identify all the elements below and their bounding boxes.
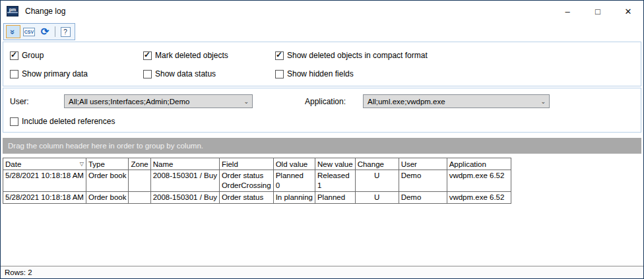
refresh-button[interactable]: ⟳	[38, 25, 52, 38]
user-dropdown[interactable]: All;All users;Interfaces;Admin;Demo ⌄	[64, 94, 253, 108]
column-header-date[interactable]: Date ▽	[3, 158, 86, 170]
checkbox-group-compact-format[interactable]: Show deleted objects in compact format	[275, 51, 641, 60]
checkbox-group-group[interactable]: Group	[10, 51, 143, 60]
column-header-change[interactable]: Change	[355, 158, 399, 170]
checkbox[interactable]	[275, 70, 284, 78]
title-bar: pm Change log – □ ✕	[1, 1, 643, 22]
checkbox-group-hidden-fields[interactable]: Show hidden fields	[275, 69, 641, 78]
checkbox[interactable]	[10, 117, 18, 126]
status-bar: Rows: 2	[1, 266, 643, 278]
checkbox[interactable]	[10, 51, 18, 60]
application-label: Application:	[305, 97, 363, 106]
cell-type: Order book	[86, 192, 129, 204]
column-header-application[interactable]: Application	[447, 158, 511, 170]
user-dropdown-value: All;All users;Interfaces;Admin;Demo	[69, 98, 189, 106]
chevron-down-icon: ⌄	[540, 98, 546, 105]
group-by-drop-zone[interactable]: Drag the column header here in order to …	[3, 138, 641, 154]
cell-zone	[129, 170, 150, 192]
column-header-name[interactable]: Name	[150, 158, 219, 170]
filter-panel: User: All;All users;Interfaces;Admin;Dem…	[3, 88, 641, 133]
column-header-zone[interactable]: Zone	[129, 158, 150, 170]
checkbox-label: Show hidden fields	[287, 69, 354, 78]
cell-field: Order status	[219, 192, 273, 204]
checkbox-group-primary-data[interactable]: Show primary data	[10, 69, 143, 78]
cell-user: Demo	[399, 170, 447, 192]
window-title: Change log	[25, 7, 65, 16]
cell-type: Order book	[86, 170, 129, 192]
cell-zone	[129, 192, 150, 204]
toolbar: » CSV ⟳ ?	[1, 22, 643, 42]
user-label: User:	[10, 97, 64, 106]
help-icon: ?	[61, 27, 71, 37]
sort-descending-icon: ▽	[80, 161, 84, 167]
cell-date: 5/28/2021 10:18:18 AM	[3, 192, 86, 204]
cell-field: Order status OrderCrossing	[219, 170, 273, 192]
checkbox[interactable]	[10, 70, 18, 78]
csv-icon: CSV	[23, 28, 35, 36]
minimize-button[interactable]: –	[552, 1, 583, 22]
double-chevron-down-icon: »	[8, 29, 18, 34]
grid-area: Date ▽ Type Zone Name Field Old value Ne…	[3, 158, 641, 266]
column-header-field[interactable]: Field	[219, 158, 273, 170]
checkbox-label: Group	[22, 51, 44, 60]
cell-new-value: Released 1	[315, 170, 355, 192]
cell-application: vwdpm.exe 6.52	[447, 170, 511, 192]
toolbar-button-group: » CSV ⟳ ?	[3, 23, 75, 40]
application-dropdown[interactable]: All;uml.exe;vwdpm.exe ⌄	[363, 94, 550, 108]
maximize-button[interactable]: □	[583, 1, 613, 22]
checkbox-label: Mark deleted objects	[155, 51, 228, 60]
cell-user: Demo	[399, 192, 447, 204]
filter-row: User: All;All users;Interfaces;Admin;Dem…	[10, 94, 641, 108]
expand-options-button[interactable]: »	[6, 25, 20, 38]
cell-application: vwdpm.exe 6.52	[447, 192, 511, 204]
table-header-row: Date ▽ Type Zone Name Field Old value Ne…	[3, 158, 511, 170]
help-button[interactable]: ?	[58, 25, 73, 38]
close-button[interactable]: ✕	[613, 1, 643, 22]
cell-change: U	[355, 170, 399, 192]
app-icon: pm	[7, 6, 18, 16]
table-row[interactable]: 5/28/2021 10:18:18 AM Order book 2008-15…	[3, 170, 511, 192]
row-count: Rows: 2	[5, 268, 32, 276]
checkbox-group-mark-deleted[interactable]: Mark deleted objects	[143, 51, 275, 60]
column-header-type[interactable]: Type	[86, 158, 129, 170]
cell-change: U	[355, 192, 399, 204]
group-by-hint: Drag the column header here in order to …	[8, 142, 203, 150]
column-header-user[interactable]: User	[399, 158, 447, 170]
refresh-icon: ⟳	[41, 26, 49, 38]
checkbox[interactable]	[143, 51, 152, 60]
checkbox-group-data-status[interactable]: Show data status	[143, 69, 275, 78]
application-dropdown-value: All;uml.exe;vwdpm.exe	[368, 98, 445, 106]
cell-name: 2008-150301 / Buy	[150, 170, 219, 192]
checkbox-grid: Group Mark deleted objects Show deleted …	[10, 51, 641, 78]
checkbox[interactable]	[275, 51, 284, 60]
checkbox-label: Show primary data	[22, 69, 88, 78]
cell-old-value: In planning	[273, 192, 315, 204]
column-header-old-value[interactable]: Old value	[273, 158, 315, 170]
chevron-down-icon: ⌄	[243, 98, 249, 105]
cell-new-value: Planned	[315, 192, 355, 204]
cell-date: 5/28/2021 10:18:18 AM	[3, 170, 86, 192]
export-csv-button[interactable]: CSV	[22, 25, 36, 38]
checkbox-group-include-deleted[interactable]: Include deleted references	[10, 117, 641, 126]
checkbox-label: Include deleted references	[22, 117, 115, 126]
checkbox-label: Show deleted objects in compact format	[287, 51, 428, 60]
change-log-window: pm Change log – □ ✕ » CSV ⟳ ?	[0, 0, 644, 279]
cell-old-value: Planned 0	[273, 170, 315, 192]
change-log-table: Date ▽ Type Zone Name Field Old value Ne…	[3, 158, 511, 204]
column-header-new-value[interactable]: New value	[315, 158, 355, 170]
display-options-panel: Group Mark deleted objects Show deleted …	[3, 42, 641, 86]
checkbox[interactable]	[143, 70, 152, 78]
toolbar-separator	[55, 26, 55, 37]
cell-name: 2008-150301 / Buy	[150, 192, 219, 204]
table-row[interactable]: 5/28/2021 10:18:18 AM Order book 2008-15…	[3, 192, 511, 204]
checkbox-label: Show data status	[155, 69, 216, 78]
